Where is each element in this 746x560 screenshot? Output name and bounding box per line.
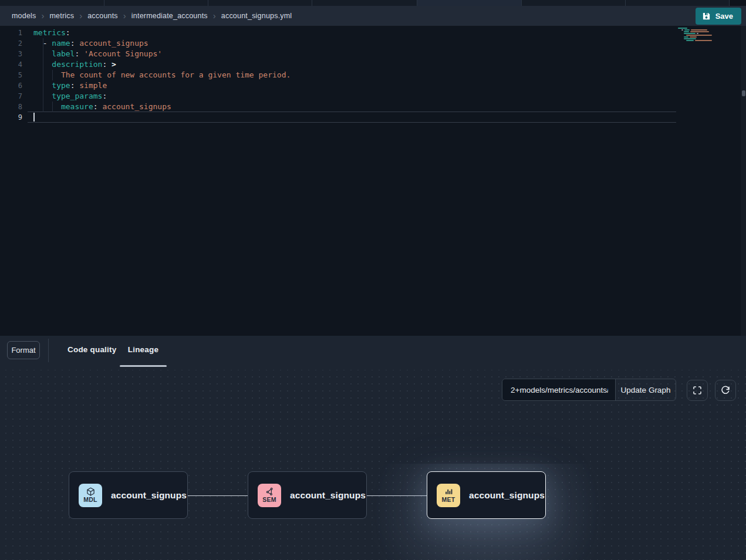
bottom-panel: Format Code quality Lineage Update Graph — [0, 336, 746, 560]
format-button[interactable]: Format — [7, 341, 40, 359]
indent-guide — [43, 38, 43, 112]
code-line[interactable]: 5 The count of new accounts for a given … — [0, 70, 746, 80]
editor-tab[interactable] — [312, 0, 417, 6]
refresh-icon — [721, 386, 730, 395]
code-lines: 1metrics:2 - name: account_signups3 labe… — [0, 28, 746, 123]
text-cursor — [33, 113, 35, 122]
tab-code-quality[interactable]: Code quality — [67, 345, 116, 354]
code-line[interactable]: 1metrics: — [0, 28, 746, 38]
breadcrumb-item: account_signups.yml — [221, 12, 292, 20]
code-line-text: description: > — [33, 59, 116, 70]
chevron-right-icon: › — [123, 11, 126, 21]
save-button-label: Save — [715, 12, 733, 21]
breadcrumb-bar: models›metrics›accounts›intermediate_acc… — [0, 6, 746, 26]
breadcrumb-item: intermediate_accounts — [131, 12, 208, 20]
line-number: 1 — [0, 28, 22, 38]
cube-icon — [86, 487, 95, 496]
ide-window: models›metrics›accounts›intermediate_acc… — [0, 0, 746, 560]
code-line[interactable]: 9 — [0, 112, 746, 123]
editor-tab-active[interactable] — [417, 0, 522, 6]
line-number: 2 — [0, 38, 22, 49]
lineage-node-metric-selected[interactable]: MET account_signups — [427, 471, 546, 519]
line-number: 6 — [0, 80, 22, 91]
code-editor[interactable]: 1metrics:2 - name: account_signups3 labe… — [0, 26, 746, 336]
lineage-edge — [188, 495, 248, 497]
minimap[interactable] — [678, 28, 712, 42]
lineage-node-semantic-model[interactable]: SEM account_signups — [248, 471, 367, 519]
code-line[interactable]: 7 type_params: — [0, 91, 746, 102]
active-tab-underline — [120, 365, 167, 367]
code-line-text: type_params: — [33, 91, 107, 102]
node-label: account_signups — [290, 490, 366, 501]
code-line[interactable]: 3 label: 'Account Signups' — [0, 49, 746, 59]
network-icon — [265, 487, 274, 496]
breadcrumb: models›metrics›accounts›intermediate_acc… — [12, 11, 292, 21]
badge-label: SEM — [262, 497, 276, 503]
breadcrumb-item: models — [12, 12, 36, 20]
update-graph-button[interactable]: Update Graph — [615, 379, 676, 400]
badge-label: MET — [442, 497, 455, 503]
line-number: 3 — [0, 49, 22, 59]
code-line[interactable]: 4 description: > — [0, 59, 746, 70]
line-number: 5 — [0, 70, 22, 80]
code-line[interactable]: 8 measure: account_signups — [0, 102, 746, 112]
code-line-text: measure: account_signups — [33, 102, 171, 112]
line-number: 4 — [0, 59, 22, 70]
chevron-right-icon: › — [79, 11, 82, 21]
metric-badge: MET — [437, 484, 460, 507]
editor-tab[interactable] — [626, 0, 730, 6]
node-label: account_signups — [469, 490, 545, 501]
lineage-graph-canvas[interactable]: Update Graph — [0, 370, 746, 560]
editor-tab[interactable] — [104, 0, 208, 6]
tab-lineage[interactable]: Lineage — [120, 345, 167, 354]
code-line-text: metrics: — [33, 28, 70, 38]
code-line-text: label: 'Account Signups' — [33, 49, 162, 59]
lineage-edge — [367, 495, 427, 497]
editor-tab[interactable] — [522, 0, 626, 6]
editor-tab[interactable] — [0, 0, 104, 6]
fullscreen-icon — [693, 386, 702, 395]
toolbar-divider — [48, 339, 49, 362]
selector-field[interactable] — [502, 379, 615, 400]
lineage-node-model[interactable]: MDL account_signups — [69, 471, 188, 519]
fullscreen-button[interactable] — [687, 380, 708, 401]
save-icon — [702, 12, 711, 21]
line-number: 7 — [0, 91, 22, 102]
chevron-right-icon: › — [42, 11, 45, 21]
badge-label: MDL — [83, 497, 97, 503]
breadcrumb-item: accounts — [87, 12, 118, 20]
scrollbar-thumb[interactable] — [742, 90, 745, 96]
lineage-selector-group: Update Graph — [502, 379, 676, 401]
save-button[interactable]: Save — [696, 8, 741, 25]
code-line-text: - name: account_signups — [33, 38, 148, 49]
model-badge: MDL — [79, 484, 102, 507]
breadcrumb-item: metrics — [50, 12, 75, 20]
code-line-text: The count of new accounts for a given ti… — [33, 70, 291, 80]
editor-tab-strip — [0, 0, 746, 6]
editor-tab[interactable] — [208, 0, 312, 6]
refresh-button[interactable] — [715, 380, 736, 401]
lineage-selector-input[interactable] — [502, 386, 615, 394]
code-line[interactable]: 2 - name: account_signups — [0, 38, 746, 49]
bar-chart-icon — [444, 487, 453, 496]
line-number: 9 — [0, 112, 22, 123]
node-label: account_signups — [111, 490, 187, 501]
editor-tab-strip-end — [730, 0, 746, 6]
editor-scrollbar[interactable] — [741, 26, 746, 336]
indent-guide — [52, 70, 53, 80]
code-line-text: type: simple — [33, 80, 107, 91]
semantic-model-badge: SEM — [258, 484, 281, 507]
indent-guide — [52, 102, 53, 112]
chevron-right-icon: › — [213, 11, 216, 21]
line-number: 8 — [0, 102, 22, 112]
code-line[interactable]: 6 type: simple — [0, 80, 746, 91]
